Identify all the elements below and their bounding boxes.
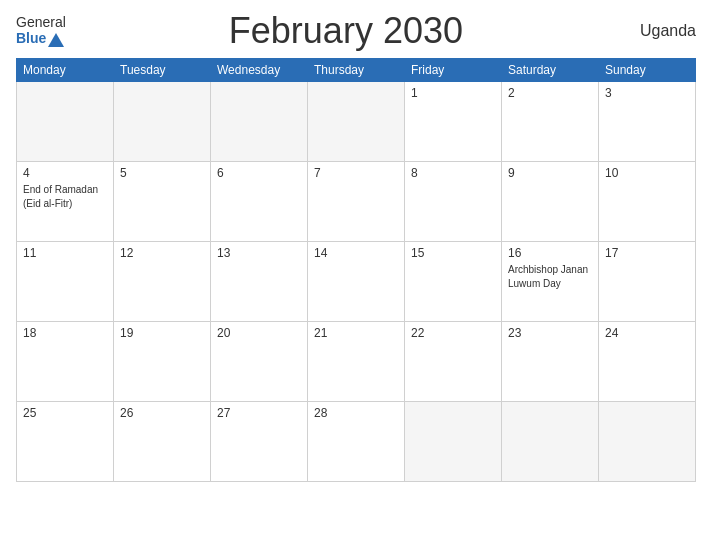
calendar-day-cell: 11 — [17, 242, 114, 322]
day-of-week-header: Saturday — [502, 59, 599, 82]
day-of-week-header: Sunday — [599, 59, 696, 82]
calendar-week-row: 18192021222324 — [17, 322, 696, 402]
calendar-day-cell: 20 — [211, 322, 308, 402]
day-number: 6 — [217, 166, 301, 180]
calendar-week-row: 111213141516Archbishop Janan Luwum Day17 — [17, 242, 696, 322]
calendar-day-cell — [599, 402, 696, 482]
calendar-day-cell: 25 — [17, 402, 114, 482]
calendar-day-cell: 23 — [502, 322, 599, 402]
day-number: 2 — [508, 86, 592, 100]
day-of-week-header: Thursday — [308, 59, 405, 82]
calendar-day-cell: 9 — [502, 162, 599, 242]
day-number: 23 — [508, 326, 592, 340]
day-number: 20 — [217, 326, 301, 340]
calendar-day-cell: 19 — [114, 322, 211, 402]
calendar-day-cell: 3 — [599, 82, 696, 162]
day-number: 10 — [605, 166, 689, 180]
day-number: 3 — [605, 86, 689, 100]
logo-triangle-icon — [48, 33, 64, 47]
calendar-day-cell: 13 — [211, 242, 308, 322]
calendar-day-cell — [405, 402, 502, 482]
calendar: MondayTuesdayWednesdayThursdayFridaySatu… — [0, 58, 712, 482]
calendar-day-cell: 26 — [114, 402, 211, 482]
calendar-day-cell — [502, 402, 599, 482]
calendar-day-cell — [211, 82, 308, 162]
day-number: 5 — [120, 166, 204, 180]
calendar-day-cell: 12 — [114, 242, 211, 322]
calendar-day-cell: 1 — [405, 82, 502, 162]
logo-general: General — [16, 15, 66, 30]
day-number: 4 — [23, 166, 107, 180]
day-number: 25 — [23, 406, 107, 420]
calendar-day-cell: 4End of Ramadan (Eid al-Fitr) — [17, 162, 114, 242]
calendar-day-cell — [114, 82, 211, 162]
day-number: 17 — [605, 246, 689, 260]
day-number: 16 — [508, 246, 592, 260]
country-label: Uganda — [626, 22, 696, 40]
day-number: 12 — [120, 246, 204, 260]
logo: General Blue — [16, 15, 66, 46]
calendar-day-cell: 18 — [17, 322, 114, 402]
day-number: 7 — [314, 166, 398, 180]
day-number: 8 — [411, 166, 495, 180]
day-of-week-header: Friday — [405, 59, 502, 82]
month-title: February 2030 — [66, 10, 626, 52]
calendar-day-cell — [17, 82, 114, 162]
day-of-week-header: Tuesday — [114, 59, 211, 82]
calendar-week-row: 25262728 — [17, 402, 696, 482]
calendar-day-cell: 7 — [308, 162, 405, 242]
calendar-day-cell: 15 — [405, 242, 502, 322]
day-number: 26 — [120, 406, 204, 420]
day-event: End of Ramadan (Eid al-Fitr) — [23, 184, 98, 209]
day-number: 13 — [217, 246, 301, 260]
calendar-day-cell — [308, 82, 405, 162]
calendar-day-cell: 14 — [308, 242, 405, 322]
calendar-day-cell: 6 — [211, 162, 308, 242]
calendar-day-cell: 22 — [405, 322, 502, 402]
day-of-week-header: Monday — [17, 59, 114, 82]
logo-blue: Blue — [16, 31, 46, 46]
day-number: 9 — [508, 166, 592, 180]
day-number: 1 — [411, 86, 495, 100]
calendar-day-cell: 24 — [599, 322, 696, 402]
calendar-day-cell: 28 — [308, 402, 405, 482]
calendar-day-cell: 2 — [502, 82, 599, 162]
calendar-day-cell: 16Archbishop Janan Luwum Day — [502, 242, 599, 322]
calendar-table: MondayTuesdayWednesdayThursdayFridaySatu… — [16, 58, 696, 482]
calendar-day-cell: 17 — [599, 242, 696, 322]
day-event: Archbishop Janan Luwum Day — [508, 264, 588, 289]
day-number: 21 — [314, 326, 398, 340]
day-of-week-header: Wednesday — [211, 59, 308, 82]
day-number: 14 — [314, 246, 398, 260]
day-number: 22 — [411, 326, 495, 340]
calendar-header-row: MondayTuesdayWednesdayThursdayFridaySatu… — [17, 59, 696, 82]
calendar-day-cell: 10 — [599, 162, 696, 242]
day-number: 15 — [411, 246, 495, 260]
day-number: 28 — [314, 406, 398, 420]
calendar-day-cell: 27 — [211, 402, 308, 482]
calendar-day-cell: 5 — [114, 162, 211, 242]
day-number: 19 — [120, 326, 204, 340]
calendar-day-cell: 8 — [405, 162, 502, 242]
day-number: 18 — [23, 326, 107, 340]
calendar-header: General Blue February 2030 Uganda — [0, 0, 712, 58]
day-number: 11 — [23, 246, 107, 260]
calendar-day-cell: 21 — [308, 322, 405, 402]
calendar-week-row: 4End of Ramadan (Eid al-Fitr)5678910 — [17, 162, 696, 242]
calendar-week-row: 123 — [17, 82, 696, 162]
day-number: 27 — [217, 406, 301, 420]
day-number: 24 — [605, 326, 689, 340]
